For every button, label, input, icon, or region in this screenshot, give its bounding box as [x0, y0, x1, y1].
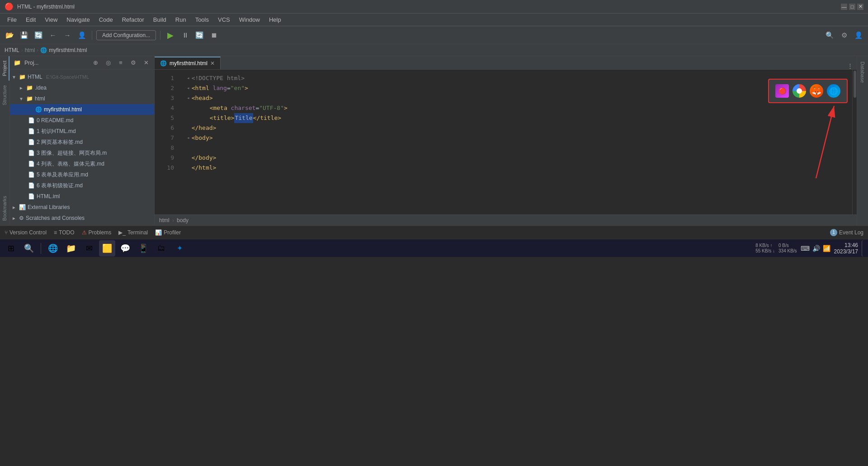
- editor-scrollbar[interactable]: [852, 70, 857, 214]
- fold-icon[interactable]: ◂: [187, 133, 190, 143]
- event-log-button[interactable]: 1 Event Log: [830, 229, 863, 236]
- tree-md6[interactable]: 📄 6 表单初级验证.md: [10, 180, 154, 191]
- md3-label: 3 图像、超链接、网页布局.m: [37, 149, 107, 157]
- menu-edit[interactable]: Edit: [22, 15, 39, 24]
- rebuild-button[interactable]: 🔄: [193, 29, 205, 41]
- save-button[interactable]: 💾: [18, 29, 30, 41]
- open-button[interactable]: 📂: [4, 29, 15, 41]
- menu-navigate[interactable]: Navigate: [63, 15, 93, 24]
- tree-md4[interactable]: 📄 4 列表、表格、媒体元素.md: [10, 158, 154, 169]
- panel-close-btn[interactable]: ✕: [142, 58, 151, 67]
- breadcrumb-file[interactable]: 🌐 myfirsthtml.html: [40, 47, 87, 53]
- tree-external-libraries[interactable]: ► 📊 External Libraries: [10, 202, 154, 213]
- taskbar-edge[interactable]: 🌐: [45, 240, 61, 257]
- tab-bookmarks[interactable]: Bookmarks: [0, 191, 9, 225]
- fold-icon[interactable]: ◂: [187, 83, 190, 93]
- show-desktop-button[interactable]: [862, 240, 865, 257]
- taskbar-app1[interactable]: 🟨: [99, 240, 115, 257]
- tab-close-button[interactable]: ✕: [210, 60, 215, 67]
- todo-button[interactable]: ≡ TODO: [54, 229, 74, 236]
- profiler-button[interactable]: 📊 Profiler: [155, 229, 181, 236]
- editor-content[interactable]: 1 2 3 4 5 6 7 8 9 10 ◂ <!DOCTYPE html>: [155, 70, 857, 214]
- taskbar-explorer[interactable]: 📁: [63, 240, 79, 257]
- close-button[interactable]: ✕: [857, 4, 863, 10]
- settings-button[interactable]: ⚙: [838, 29, 850, 41]
- path-html[interactable]: html: [159, 217, 170, 223]
- todo-label: TODO: [59, 229, 74, 236]
- tree-iml[interactable]: 📄 HTML.iml: [10, 191, 154, 202]
- taskbar-app2[interactable]: 📱: [135, 240, 151, 257]
- tree-html-folder[interactable]: ▼ 📁 html: [10, 93, 154, 104]
- run-button[interactable]: ▶: [165, 29, 176, 41]
- tab-project[interactable]: Project: [0, 56, 9, 81]
- tree-md5[interactable]: 📄 5 表单及表单应用.md: [10, 169, 154, 180]
- sync-button[interactable]: 🔄: [33, 29, 44, 41]
- fold-icon[interactable]: ◂: [187, 73, 190, 83]
- stop-button[interactable]: ⏹: [208, 29, 220, 41]
- network-icon[interactable]: 📶: [823, 245, 830, 252]
- volume-icon[interactable]: 🔊: [812, 245, 820, 252]
- tab-myfirsthtml[interactable]: 🌐 myfirsthtml.html ✕: [155, 57, 221, 69]
- taskbar-vscode[interactable]: ✦: [171, 240, 188, 257]
- start-button[interactable]: ⊞: [3, 240, 19, 257]
- terminal-button[interactable]: ▶_ Terminal: [118, 229, 148, 236]
- panel-add-btn[interactable]: ⊕: [91, 58, 100, 67]
- menu-build[interactable]: Build: [150, 15, 170, 24]
- version-control-button[interactable]: ⑂ Version Control: [5, 229, 47, 236]
- menu-window[interactable]: Window: [236, 15, 264, 24]
- menu-view[interactable]: View: [41, 15, 61, 24]
- search-everywhere-button[interactable]: 🔍: [824, 29, 835, 41]
- equals: =: [227, 83, 231, 93]
- doctype: <!DOCTYPE html>: [192, 73, 245, 83]
- code-line-2: ◂ <html lang = "en" >: [187, 83, 845, 93]
- menu-file[interactable]: File: [4, 15, 20, 24]
- build-button[interactable]: ⏸: [179, 29, 191, 41]
- menu-run[interactable]: Run: [172, 15, 190, 24]
- code-editor[interactable]: ◂ <!DOCTYPE html> ◂ <html lang = "en" > …: [179, 70, 852, 214]
- tree-md1[interactable]: 📄 1 初识HTML.md: [10, 126, 154, 137]
- menu-vcs[interactable]: VCS: [214, 15, 234, 24]
- menu-help[interactable]: Help: [265, 15, 285, 24]
- tab-structure[interactable]: Structure: [0, 81, 9, 110]
- tree-myfirsthtml[interactable]: ► 🌐 myfirsthtml.html: [10, 104, 154, 115]
- keyboard-icon[interactable]: ⌨: [801, 245, 810, 252]
- tab-database[interactable]: Database: [859, 60, 866, 85]
- tree-md3[interactable]: 📄 3 图像、超链接、网页布局.m: [10, 147, 154, 158]
- panel-title: Proj...: [24, 60, 87, 66]
- menu-refactor[interactable]: Refactor: [118, 15, 148, 24]
- taskbar-mail[interactable]: ✉: [81, 240, 97, 257]
- tab-overflow-button[interactable]: ⋮: [844, 62, 857, 69]
- maximize-button[interactable]: □: [849, 4, 855, 10]
- user-button[interactable]: 👤: [76, 29, 88, 41]
- panel-collapse-btn[interactable]: ≡: [116, 58, 125, 67]
- search-button[interactable]: 🔍: [21, 240, 37, 257]
- menu-code[interactable]: Code: [95, 15, 117, 24]
- tab-label: myfirsthtml.html: [170, 60, 208, 67]
- minimize-button[interactable]: —: [841, 4, 847, 10]
- tree-md2[interactable]: 📄 2 网页基本标签.md: [10, 137, 154, 147]
- md-icon: 📄: [28, 182, 35, 189]
- tree-readme[interactable]: 📄 0 README.md: [10, 115, 154, 126]
- tree-root-html[interactable]: ▼ 📁 HTML E:\Git-Space\HTML: [10, 71, 154, 82]
- problems-button[interactable]: ⚠ Problems: [82, 229, 112, 236]
- breadcrumb-html-folder[interactable]: html: [25, 47, 35, 53]
- scrollbar-thumb[interactable]: [854, 71, 856, 98]
- menu-tools[interactable]: Tools: [192, 15, 212, 24]
- scratches-icon: ⚙: [19, 215, 24, 221]
- panel-locate-btn[interactable]: ◎: [104, 58, 113, 67]
- tree-idea[interactable]: ► 📁 .idea: [10, 82, 154, 93]
- tree-scratches-consoles[interactable]: ► ⚙ Scratches and Consoles: [10, 213, 154, 223]
- path-body[interactable]: body: [177, 217, 189, 223]
- fold-icon[interactable]: ◂: [187, 93, 190, 103]
- toolbar-sep-1: [92, 31, 92, 40]
- user-profile-button[interactable]: 👤: [853, 29, 864, 41]
- forward-button[interactable]: →: [61, 29, 73, 41]
- taskbar-folder[interactable]: 🗂: [153, 240, 170, 257]
- breadcrumb-html[interactable]: HTML: [5, 47, 19, 53]
- path-sep: ›: [172, 217, 174, 223]
- taskbar-wechat[interactable]: 💬: [117, 240, 133, 257]
- title-close: </title>: [253, 113, 282, 123]
- panel-settings-btn[interactable]: ⚙: [129, 58, 138, 67]
- add-configuration-button[interactable]: Add Configuration...: [96, 30, 156, 40]
- back-button[interactable]: ←: [47, 29, 59, 41]
